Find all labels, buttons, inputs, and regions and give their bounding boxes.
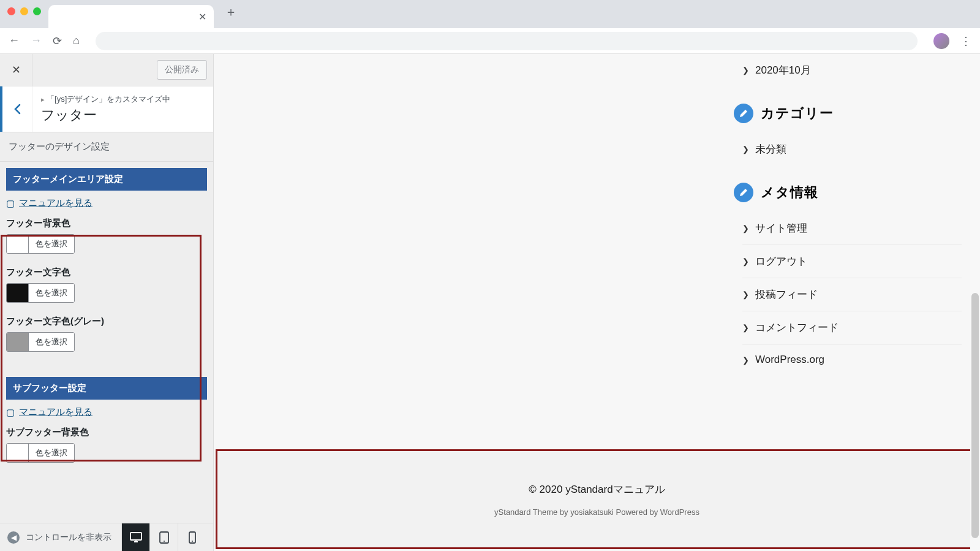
customizer-breadcrumb: 「[ys]デザイン」をカスタマイズ中 xyxy=(41,94,205,105)
list-item[interactable]: ❯2020年10月 xyxy=(742,54,962,86)
section-header-sub-footer: サブフッター設定 xyxy=(6,377,207,400)
manual-link-row: ▢ マニュアルを見る xyxy=(6,191,207,218)
tablet-icon xyxy=(159,531,169,544)
device-desktop-button[interactable] xyxy=(121,523,149,552)
chevron-right-icon: ❯ xyxy=(742,66,749,75)
list-item[interactable]: ❯ログアウト xyxy=(742,245,962,278)
browser-toolbar: ← → ⟳ ⌂ ⋮ xyxy=(0,28,980,54)
customizer-scroll[interactable]: ✕ 公開済み 「[ys]デザイン」をカスタマイズ中 フッター フッターのデザイン… xyxy=(0,54,213,523)
chevron-right-icon: ❯ xyxy=(742,224,749,233)
forward-icon: → xyxy=(31,34,42,47)
field-label: サブフッター背景色 xyxy=(6,427,207,438)
customizer-title-row: 「[ys]デザイン」をカスタマイズ中 フッター xyxy=(0,86,213,132)
book-icon: ▢ xyxy=(6,407,15,418)
field-label: フッター背景色 xyxy=(6,218,207,229)
list-item[interactable]: ❯投稿フィード xyxy=(742,278,962,311)
device-tablet-button[interactable] xyxy=(149,523,178,552)
customizer-panel: ✕ 公開済み 「[ys]デザイン」をカスタマイズ中 フッター フッターのデザイン… xyxy=(0,54,214,551)
app-root: ✕ 公開済み 「[ys]デザイン」をカスタマイズ中 フッター フッターのデザイン… xyxy=(0,54,980,551)
browser-menu-icon[interactable]: ⋮ xyxy=(960,34,971,48)
color-swatch xyxy=(7,284,29,302)
customizer-header: ✕ 公開済み xyxy=(0,54,213,86)
tab-close-icon[interactable]: ✕ xyxy=(198,11,206,23)
preview-content: ❯2020年10月 カテゴリー ❯未分類 xyxy=(214,54,980,551)
home-icon[interactable]: ⌂ xyxy=(73,34,80,47)
book-icon: ▢ xyxy=(6,198,15,209)
collapse-icon[interactable]: ◀ xyxy=(7,531,20,544)
category-list: ❯未分類 xyxy=(742,133,962,165)
list-item[interactable]: ❯WordPress.org xyxy=(742,344,962,375)
meta-widget: メタ情報 ❯サイト管理 ❯ログアウト ❯投稿フィード ❯コメントフィード ❯Wo… xyxy=(734,183,962,375)
archive-list: ❯2020年10月 xyxy=(742,54,962,86)
widget-title: メタ情報 xyxy=(761,183,818,202)
browser-tab[interactable]: ✕ xyxy=(48,5,214,28)
window-zoom-button[interactable] xyxy=(33,7,41,15)
address-bar[interactable] xyxy=(96,32,918,50)
scrollbar-thumb[interactable] xyxy=(971,293,979,538)
customizer-description: フッターのデザイン設定 xyxy=(0,132,213,162)
preview-pane: ❯2020年10月 カテゴリー ❯未分類 xyxy=(214,54,980,551)
manual-link[interactable]: マニュアルを見る xyxy=(19,406,92,418)
chevron-right-icon: ❯ xyxy=(742,145,749,154)
desktop-icon xyxy=(130,532,142,543)
back-icon[interactable]: ← xyxy=(9,34,20,47)
color-select-label: 色を選択 xyxy=(29,284,74,302)
archive-widget: ❯2020年10月 xyxy=(734,54,962,86)
customizer-back-button[interactable] xyxy=(0,86,32,132)
new-tab-button[interactable]: ＋ xyxy=(225,4,237,20)
color-picker-button[interactable]: 色を選択 xyxy=(6,234,75,254)
pencil-icon xyxy=(734,104,753,123)
browser-tab-strip: ✕ ＋ xyxy=(0,0,980,28)
list-item[interactable]: ❯未分類 xyxy=(742,133,962,165)
svg-rect-0 xyxy=(130,533,141,540)
category-widget: カテゴリー ❯未分類 xyxy=(734,104,962,165)
meta-list: ❯サイト管理 ❯ログアウト ❯投稿フィード ❯コメントフィード ❯WordPre… xyxy=(742,212,962,375)
footer-text-color-field: フッター文字色 色を選択 xyxy=(6,267,207,305)
color-picker-button[interactable]: 色を選択 xyxy=(6,332,75,352)
field-label: フッター文字色(グレー) xyxy=(6,316,207,327)
chevron-right-icon: ❯ xyxy=(742,257,749,266)
footer-text-gray-color-field: フッター文字色(グレー) 色を選択 xyxy=(6,316,207,354)
manual-link[interactable]: マニュアルを見る xyxy=(19,197,92,209)
window-controls xyxy=(7,7,41,15)
svg-point-2 xyxy=(164,541,165,542)
color-select-label: 色を選択 xyxy=(29,235,74,253)
manual-link-row: ▢ マニュアルを見る xyxy=(6,400,207,427)
sub-footer-bg-color-field: サブフッター背景色 色を選択 xyxy=(6,427,207,465)
chevron-right-icon: ❯ xyxy=(742,290,749,299)
chevron-left-icon xyxy=(13,104,21,115)
color-select-label: 色を選択 xyxy=(29,333,74,351)
color-swatch xyxy=(7,333,29,351)
footer-copyright: © 2020 yStandardマニュアル xyxy=(529,482,665,496)
chevron-right-icon: ❯ xyxy=(742,355,749,365)
section-header-footer-main: フッターメインエリア設定 xyxy=(6,168,207,191)
color-picker-button[interactable]: 色を選択 xyxy=(6,443,75,463)
list-item[interactable]: ❯サイト管理 xyxy=(742,212,962,245)
customizer-close-button[interactable]: ✕ xyxy=(0,54,32,86)
device-switcher xyxy=(121,523,206,552)
site-footer: © 2020 yStandardマニュアル yStandard Theme by… xyxy=(216,449,978,549)
collapse-label[interactable]: コントロールを非表示 xyxy=(26,532,115,543)
footer-bg-color-field: フッター背景色 色を選択 xyxy=(6,218,207,256)
footer-credit: yStandard Theme by yosiakatsuki Powered … xyxy=(494,507,699,517)
window-minimize-button[interactable] xyxy=(20,7,28,15)
sub-footer-section: サブフッター設定 ▢ マニュアルを見る サブフッター背景色 色を選択 xyxy=(0,371,213,482)
svg-point-4 xyxy=(192,541,193,542)
color-picker-button[interactable]: 色を選択 xyxy=(6,283,75,303)
list-item[interactable]: ❯コメントフィード xyxy=(742,311,962,344)
preview-main: ❯2020年10月 カテゴリー ❯未分類 xyxy=(214,54,980,449)
reload-icon[interactable]: ⟳ xyxy=(53,34,62,48)
widget-title: カテゴリー xyxy=(761,104,834,123)
customizer-footer: ◀ コントロールを非表示 xyxy=(0,523,213,551)
publish-button[interactable]: 公開済み xyxy=(157,60,207,80)
field-label: フッター文字色 xyxy=(6,267,207,278)
pencil-icon xyxy=(734,183,753,202)
chevron-right-icon: ❯ xyxy=(742,323,749,332)
window-close-button[interactable] xyxy=(7,7,15,15)
customizer-section-title: フッター xyxy=(41,106,205,124)
device-mobile-button[interactable] xyxy=(178,523,206,552)
profile-avatar[interactable] xyxy=(933,33,949,49)
preview-scrollbar[interactable] xyxy=(970,54,980,551)
footer-main-area-section: フッターメインエリア設定 ▢ マニュアルを見る フッター背景色 色を選択 フッタ… xyxy=(0,162,213,371)
customizer-title-box: 「[ys]デザイン」をカスタマイズ中 フッター xyxy=(32,86,213,132)
